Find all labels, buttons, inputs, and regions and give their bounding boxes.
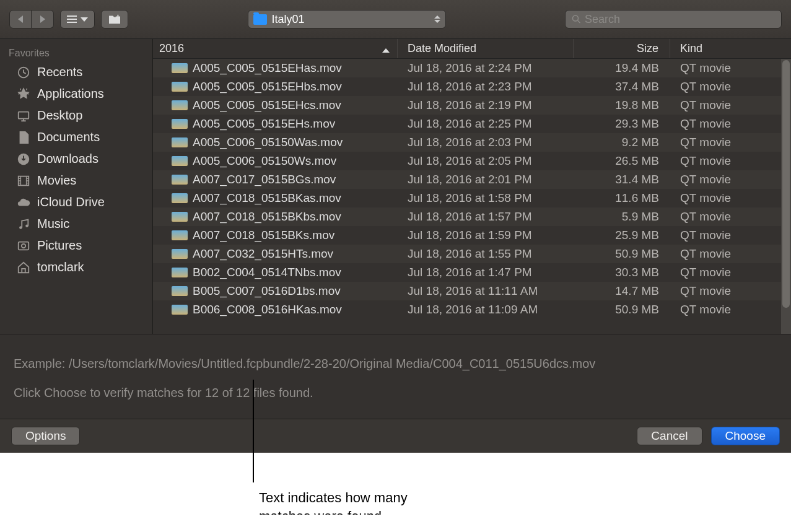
match-status: Click Choose to verify matches for 12 of… (14, 386, 777, 400)
sidebar-item-label: iCloud Drive (37, 195, 105, 209)
back-button[interactable] (9, 10, 32, 28)
file-name: A005_C006_05150Ws.mov (193, 154, 336, 168)
view-mode-button[interactable] (60, 10, 95, 28)
svg-line-3 (578, 20, 580, 23)
file-size: 25.9 MB (574, 229, 670, 242)
file-row[interactable]: B006_C008_0516HKas.mov Jul 18, 2016 at 1… (153, 300, 791, 319)
file-kind: QT movie (670, 154, 791, 168)
file-kind: QT movie (670, 61, 791, 75)
path-label: Italy01 (272, 13, 305, 26)
file-kind: QT movie (670, 98, 791, 112)
sidebar-item-recents[interactable]: Recents (0, 61, 152, 83)
choose-label: Choose (725, 429, 766, 443)
file-date: Jul 18, 2016 at 2:01 PM (398, 173, 574, 186)
file-size: 9.2 MB (574, 136, 670, 149)
file-thumbnail-icon (172, 305, 188, 315)
file-name: B002_C004_0514TNbs.mov (193, 266, 341, 279)
path-popup[interactable]: Italy01 (248, 10, 446, 28)
music-icon (16, 218, 31, 230)
pictures-icon (16, 240, 31, 252)
sidebar-item-music[interactable]: Music (0, 213, 152, 235)
sidebar-item-label: Pictures (37, 238, 82, 253)
column-size[interactable]: Size (574, 39, 670, 58)
file-row[interactable]: A005_C005_0515EHs.mov Jul 18, 2016 at 2:… (153, 115, 791, 133)
desktop-icon (16, 110, 31, 122)
file-kind: QT movie (670, 80, 791, 94)
file-size: 29.3 MB (574, 117, 670, 131)
file-row[interactable]: A007_C018_0515BKas.mov Jul 18, 2016 at 1… (153, 189, 791, 207)
file-size: 5.9 MB (574, 210, 670, 224)
sidebar-item-home[interactable]: tomclark (0, 256, 152, 278)
file-name: A007_C018_0515BKs.mov (193, 229, 334, 242)
file-row[interactable]: B002_C004_0514TNbs.mov Jul 18, 2016 at 1… (153, 263, 791, 282)
file-thumbnail-icon (172, 175, 188, 185)
column-name[interactable]: 2016 (153, 39, 398, 58)
file-thumbnail-icon (172, 63, 188, 73)
sidebar-item-downloads[interactable]: Downloads (0, 148, 152, 170)
forward-button[interactable] (32, 10, 54, 28)
file-name: A005_C005_0515EHs.mov (193, 117, 335, 131)
sidebar-item-documents[interactable]: Documents (0, 126, 152, 148)
movies-icon (16, 175, 31, 187)
file-name: B005_C007_0516D1bs.mov (193, 284, 341, 298)
column-kind-label: Kind (680, 42, 702, 55)
file-row[interactable]: A005_C005_0515EHbs.mov Jul 18, 2016 at 2… (153, 77, 791, 96)
file-row[interactable]: A007_C017_0515BGs.mov Jul 18, 2016 at 2:… (153, 170, 791, 189)
choose-button[interactable]: Choose (711, 427, 780, 445)
chevron-left-icon (18, 15, 23, 23)
recents-icon (16, 66, 31, 79)
sidebar-item-apps[interactable]: Applications (0, 83, 152, 105)
file-date: Jul 18, 2016 at 2:25 PM (398, 117, 574, 131)
cancel-label: Cancel (651, 429, 688, 443)
folder-icon (253, 14, 267, 25)
file-kind: QT movie (670, 303, 791, 316)
file-row[interactable]: B005_C007_0516D1bs.mov Jul 18, 2016 at 1… (153, 282, 791, 300)
file-list[interactable]: A005_C005_0515EHas.mov Jul 18, 2016 at 2… (153, 59, 791, 334)
column-headers: 2016 Date Modified Size Kind (153, 39, 791, 59)
file-kind: QT movie (670, 229, 791, 242)
options-label: Options (25, 429, 66, 443)
sidebar-item-label: Desktop (37, 108, 82, 123)
sidebar-item-movies[interactable]: Movies (0, 170, 152, 191)
file-row[interactable]: A005_C006_05150Ws.mov Jul 18, 2016 at 2:… (153, 152, 791, 170)
icloud-icon (16, 196, 31, 209)
sidebar-item-desktop[interactable]: Desktop (0, 105, 152, 126)
callout-line2: matches were found. (259, 508, 385, 515)
file-size: 19.8 MB (574, 98, 670, 112)
chevron-down-icon (81, 17, 88, 22)
chevron-right-icon (40, 15, 45, 23)
file-name: B006_C008_0516HKas.mov (193, 303, 342, 316)
sidebar-item-pictures[interactable]: Pictures (0, 235, 152, 256)
file-date: Jul 18, 2016 at 1:58 PM (398, 191, 574, 205)
sidebar-item-label: Music (37, 217, 69, 231)
file-row[interactable]: A005_C005_0515EHcs.mov Jul 18, 2016 at 2… (153, 96, 791, 115)
file-size: 30.3 MB (574, 266, 670, 279)
file-row[interactable]: A005_C005_0515EHas.mov Jul 18, 2016 at 2… (153, 59, 791, 77)
column-name-label: 2016 (159, 42, 184, 55)
file-row[interactable]: A007_C018_0515BKbs.mov Jul 18, 2016 at 1… (153, 207, 791, 226)
sidebar-item-label: Applications (37, 87, 104, 101)
file-kind: QT movie (670, 191, 791, 205)
scrollbar-thumb[interactable] (782, 60, 790, 308)
file-name: A007_C018_0515BKbs.mov (193, 210, 341, 224)
column-date[interactable]: Date Modified (398, 39, 574, 58)
file-chooser-window: Italy01 Favorites RecentsApplicationsDes… (0, 0, 791, 453)
new-folder-button[interactable] (101, 10, 128, 28)
file-name: A005_C005_0515EHas.mov (193, 61, 342, 75)
column-size-label: Size (637, 42, 658, 55)
cancel-button[interactable]: Cancel (637, 427, 702, 445)
options-button[interactable]: Options (11, 427, 80, 445)
file-row[interactable]: A007_C018_0515BKs.mov Jul 18, 2016 at 1:… (153, 226, 791, 245)
file-kind: QT movie (670, 247, 791, 261)
file-row[interactable]: A007_C032_0515HTs.mov Jul 18, 2016 at 1:… (153, 245, 791, 263)
file-date: Jul 18, 2016 at 2:05 PM (398, 154, 574, 168)
file-size: 37.4 MB (574, 80, 670, 94)
file-row[interactable]: A005_C006_05150Was.mov Jul 18, 2016 at 2… (153, 133, 791, 152)
sidebar-item-icloud[interactable]: iCloud Drive (0, 191, 152, 213)
svg-point-9 (25, 224, 28, 227)
column-kind[interactable]: Kind (670, 39, 791, 58)
search-field[interactable] (565, 10, 782, 28)
file-size: 14.7 MB (574, 284, 670, 298)
search-input[interactable] (585, 13, 775, 26)
svg-point-2 (572, 15, 578, 21)
